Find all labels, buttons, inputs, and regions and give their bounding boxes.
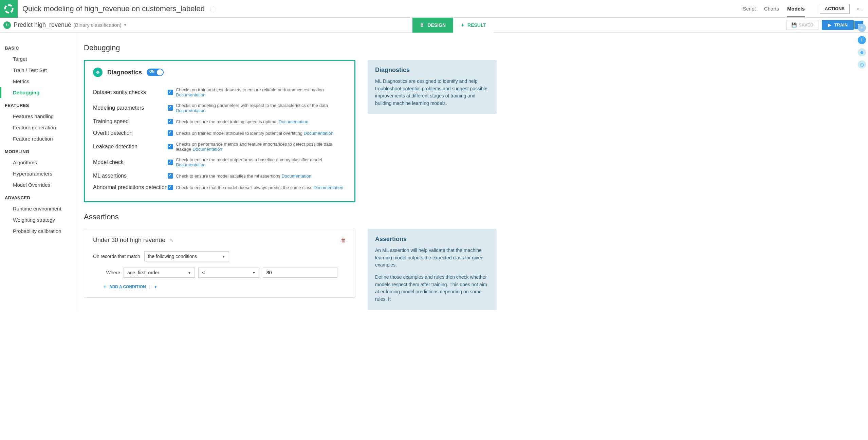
sidebar-item-weighting[interactable]: Weighting strategy [0, 214, 77, 225]
diagnostic-checkbox[interactable] [168, 160, 173, 165]
assertions-heading: Assertions [84, 213, 854, 221]
task-dropdown-icon[interactable]: ▼ [124, 23, 127, 27]
match-dropdown[interactable]: the following conditions ▼ [144, 251, 229, 261]
documentation-link[interactable]: Documentation [176, 162, 205, 167]
trash-icon[interactable]: 🗑 [341, 237, 346, 243]
assertions-info-text1: An ML assertion will help validate that … [375, 247, 489, 269]
back-arrow-icon[interactable]: ← [856, 4, 863, 13]
diagnostic-checkbox[interactable] [168, 144, 173, 149]
wand-icon: ✦ [461, 22, 465, 28]
sidebar-item-algorithms[interactable]: Algorithms [0, 157, 77, 168]
where-value-input[interactable] [263, 268, 337, 278]
diagnostic-desc: Check to ensure that the model doesn't a… [176, 185, 346, 190]
tab-result-label: RESULT [467, 22, 486, 28]
predict-prefix: Predict [14, 21, 34, 28]
diagnostic-checkbox[interactable] [168, 90, 173, 95]
diagnostics-info-title: Diagnostics [375, 67, 489, 74]
sidebar-item-model-overrides[interactable]: Model Overrides [0, 179, 77, 190]
chevron-down-icon: ▼ [222, 255, 225, 258]
where-op-dropdown[interactable]: < ▼ [198, 268, 259, 278]
sidebar-item-train-test[interactable]: Train / Test Set [0, 65, 77, 76]
main-content: Debugging ❖ Diagnostics ON Dataset sanit… [77, 33, 868, 440]
top-nav: Script Charts Models ACTIONS [743, 4, 850, 14]
sidebar-item-debugging[interactable]: Debugging [0, 87, 77, 98]
chevron-down-icon: ▼ [188, 271, 191, 275]
diagnostic-row: Overfit detectionChecks on trained model… [93, 127, 346, 139]
assertions-info-title: Assertions [375, 236, 489, 243]
documentation-link[interactable]: Documentation [281, 173, 311, 179]
diagnostic-label: Modeling parameters [93, 105, 168, 111]
diagnostics-title: Diagnostics [107, 69, 142, 76]
save-icon: 💾 [791, 22, 797, 28]
sidebar-item-feature-reduction[interactable]: Feature reduction [0, 133, 77, 144]
rail-history-icon[interactable]: ◷ [858, 60, 866, 69]
tab-design[interactable]: 🎚 DESIGN [412, 18, 453, 33]
sliders-icon: 🎚 [420, 22, 425, 28]
sidebar-item-metrics[interactable]: Metrics [0, 76, 77, 87]
documentation-link[interactable]: Documentation [279, 119, 308, 124]
nav-charts[interactable]: Charts [764, 6, 779, 12]
diagnostics-icon: ❖ [93, 68, 103, 77]
diagnostic-checkbox[interactable] [168, 130, 173, 136]
right-rail: ＋ i ☻ ◷ [858, 24, 866, 69]
documentation-link[interactable]: Documentation [176, 92, 205, 97]
diagnostic-checkbox[interactable] [168, 119, 173, 124]
sidebar-item-target[interactable]: Target [0, 53, 77, 65]
documentation-link[interactable]: Documentation [314, 185, 343, 190]
diagnostic-checkbox[interactable] [168, 173, 173, 179]
diagnostic-row: Dataset sanity checksChecks on train and… [93, 85, 346, 100]
assertions-info-box: Assertions An ML assertion will help val… [368, 229, 497, 310]
diagnostic-desc: Check to ensure the model satisfies the … [176, 173, 346, 179]
where-label: Where [100, 270, 120, 275]
assertions-info-text2: Define those examples and rules then che… [375, 274, 489, 303]
train-button[interactable]: ▶ TRAIN [822, 20, 854, 30]
diagnostic-desc: Checks on performance metrics and featur… [176, 142, 346, 152]
edit-icon[interactable]: ✎ [169, 238, 173, 243]
diagnostic-row: Model checkCheck to ensure the model out… [93, 154, 346, 170]
tab-result[interactable]: ✦ RESULT [453, 18, 494, 33]
diagnostic-desc: Checks on trained model attributes to id… [176, 131, 346, 136]
predict-target: high_revenue [34, 21, 71, 28]
project-title: Quick modeling of high_revenue on custom… [22, 4, 205, 13]
app-logo[interactable] [0, 0, 18, 18]
plus-icon: ＋ [103, 284, 107, 290]
documentation-link[interactable]: Documentation [304, 131, 333, 136]
topbar: Quick modeling of high_revenue on custom… [0, 0, 868, 18]
sidebar-item-hyperparameters[interactable]: Hyperparameters [0, 168, 77, 179]
sidebar-item-probability[interactable]: Probability calibration [0, 225, 77, 237]
rail-plus-icon[interactable]: ＋ [858, 24, 866, 32]
match-value: the following conditions [148, 254, 197, 259]
tab-design-label: DESIGN [427, 22, 446, 28]
page-title: Quick modeling of high_revenue on custom… [22, 4, 216, 13]
diagnostic-label: Training speed [93, 118, 168, 125]
sidebar-item-runtime[interactable]: Runtime environment [0, 203, 77, 214]
chevron-down-icon[interactable]: ▼ [154, 285, 157, 289]
diagnostic-row: Leakage detectionChecks on performance m… [93, 139, 346, 154]
match-label: On records that match [93, 254, 140, 259]
rail-info-icon[interactable]: i [858, 36, 866, 44]
diagnostic-label: Abnormal predictions detection [93, 184, 168, 190]
diagnostic-checkbox[interactable] [168, 105, 173, 111]
nav-models[interactable]: Models [787, 6, 805, 17]
diagnostic-desc: Check to ensure the model outperforms a … [176, 157, 346, 167]
documentation-link[interactable]: Documentation [192, 147, 222, 152]
chevron-down-icon: ▼ [252, 271, 256, 275]
documentation-link[interactable]: Documentation [176, 108, 205, 113]
sidebar: BASIC Target Train / Test Set Metrics De… [0, 33, 77, 440]
sidebar-item-features-handling[interactable]: Features handling [0, 111, 77, 122]
where-field-dropdown[interactable]: age_first_order ▼ [124, 268, 195, 278]
rail-chat-icon[interactable]: ☻ [858, 48, 866, 56]
assertion-title: Under 30 not high revenue [93, 237, 165, 244]
add-condition-button[interactable]: ＋ ADD A CONDITION | ▼ [103, 284, 346, 290]
task-type: (Binary classification) [73, 22, 122, 28]
diagnostic-desc: Checks on modeling parameters with respe… [176, 103, 346, 113]
diagnostics-toggle[interactable]: ON [147, 69, 164, 76]
nav-script[interactable]: Script [743, 6, 756, 12]
refresh-icon[interactable] [210, 6, 216, 12]
content-title: Debugging [84, 43, 854, 52]
diagnostics-info-box: Diagnostics ML Diagnostics are designed … [368, 60, 497, 114]
diagnostic-checkbox[interactable] [168, 185, 173, 190]
saved-label: SAVED [799, 22, 814, 28]
actions-button[interactable]: ACTIONS [820, 4, 850, 14]
sidebar-item-feature-generation[interactable]: Feature generation [0, 122, 77, 133]
